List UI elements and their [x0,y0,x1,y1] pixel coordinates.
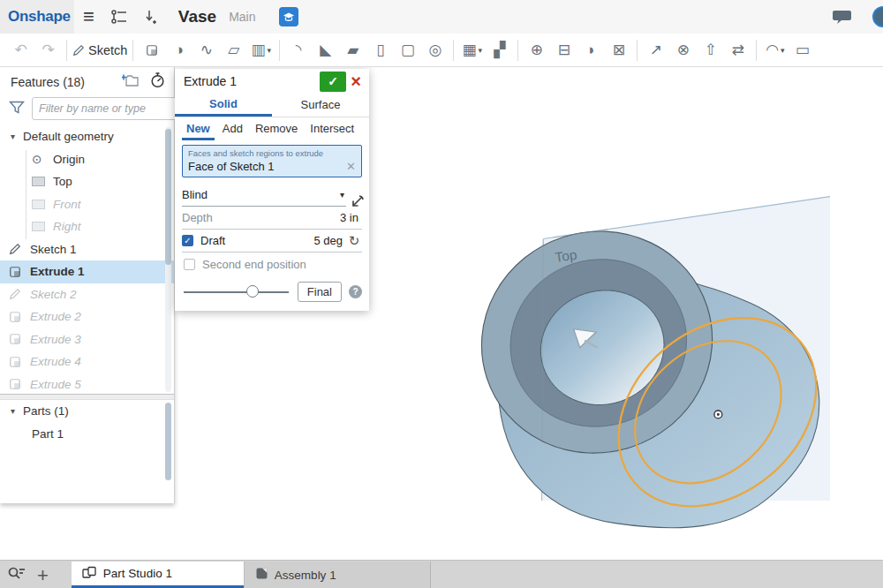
clear-selection-icon[interactable]: ✕ [346,160,356,173]
feature-item-parts-1[interactable]: ▾Parts (1) [0,400,174,423]
draft-checkbox[interactable]: ✓ [182,235,193,246]
depth-input[interactable]: 3 in [340,211,362,224]
draft-input[interactable]: 5 deg [313,234,346,247]
rib-button[interactable]: ▯ [366,37,394,64]
feature-item-part-1[interactable]: Part 1 [0,423,174,446]
topbar: Onshape ≡ Vase Main [0,0,883,34]
end-type-dropdown[interactable]: Blind [182,188,208,201]
opposite-direction-icon[interactable]: ↻ [346,233,362,249]
linear-pattern-button[interactable]: ▦▾ [458,37,486,64]
feature-item-label: Extrude 5 [30,378,81,391]
second-end-checkbox[interactable] [184,259,195,270]
feature-item-sketch-2[interactable]: Sketch 2 [0,283,174,306]
feature-item-extrude-3[interactable]: Extrude 3 [0,328,174,351]
surface-tools-icon: ◠ [766,42,779,57]
parts-section: ▾Parts (1)Part 1 [0,400,174,503]
surface-tools-button[interactable]: ◠▾ [761,37,789,64]
new-folder-icon[interactable] [122,73,140,91]
tab-solid[interactable]: Solid [175,93,272,117]
help-icon[interactable]: ? [349,285,362,298]
features-panel: Features (18) [0,67,175,503]
document-title[interactable]: Vase [178,7,216,26]
slider-handle[interactable] [246,285,259,298]
boolean-button[interactable]: ⊕ [523,37,550,64]
tab-part-studio-1[interactable]: Part Studio 1 [72,562,244,588]
transform-button[interactable]: ↗ [642,37,669,64]
onshape-logo[interactable]: Onshape [0,0,74,34]
tab-surface[interactable]: Surface [272,93,369,117]
draft-label: Draft [200,234,225,247]
operation-intersect[interactable]: Intersect [306,118,358,140]
sketch-icon [72,44,85,57]
parts-scrollbar-thumb[interactable] [165,403,171,480]
flip-direction-icon[interactable] [350,194,365,212]
sweep-button[interactable]: ∿ [192,37,220,64]
operation-new[interactable]: New [182,118,215,140]
learning-center-icon[interactable] [279,7,298,26]
feature-item-extrude-4[interactable]: Extrude 4 [0,351,174,373]
delete-part-button[interactable]: ⊠ [605,37,632,64]
filter-input[interactable] [32,97,190,120]
transform-icon: ↗ [650,42,662,57]
parts-divider[interactable] [0,394,174,400]
draft-button[interactable]: ▰ [339,37,366,64]
features-scrollbar-thumb[interactable] [165,129,171,265]
replace-face-button[interactable]: ⇄ [724,37,751,64]
rollback-slider[interactable] [182,284,291,298]
plane-label: Top [554,247,577,265]
thicken-button[interactable]: ▥▾ [247,37,275,64]
draft-row: ✓ Draft 5 deg ↻ [182,230,362,253]
operation-remove[interactable]: Remove [251,118,302,140]
toolbar-divider [66,40,67,61]
sketch-button[interactable]: Sketch [72,37,128,64]
feature-item-extrude-2[interactable]: Extrude 2 [0,305,174,328]
split-button[interactable]: ⊟ [550,37,577,64]
move-face-icon: ⇧ [705,42,717,57]
revolve-button[interactable]: ◑ [165,37,192,64]
move-face-button[interactable]: ⇧ [697,37,724,64]
search-tabs-icon[interactable] [0,560,34,588]
operation-add[interactable]: Add [218,118,247,140]
extrude-icon [9,266,25,278]
chevron-down-icon[interactable]: ▾ [781,46,785,55]
shell-button[interactable]: ▢ [394,37,421,64]
feature-item-extrude-1[interactable]: Extrude 1 [0,260,174,283]
account-icon[interactable] [871,5,883,28]
linear-pattern-icon: ▦ [463,42,477,57]
delete-face-button[interactable]: ⊗ [669,37,697,64]
confirm-button[interactable]: ✓ [320,72,346,92]
regeneration-time-icon[interactable] [150,72,165,92]
plane-button[interactable]: ▭ [789,37,816,64]
final-button[interactable]: Final [298,282,342,302]
feature-item-sketch-1[interactable]: Sketch 1 [0,238,174,261]
selection-label: Faces and sketch regions to extrude [188,148,356,158]
redo-button[interactable]: ↷ [34,37,62,64]
feature-item-default-geometry[interactable]: ▾Default geometry [0,125,174,148]
fillet-button[interactable]: ◝ [284,37,312,64]
cancel-button[interactable]: × [346,72,366,92]
chamfer-button[interactable]: ◣ [312,37,339,64]
chevron-down-icon[interactable]: ▾ [268,46,272,55]
create-version-icon[interactable] [143,8,157,26]
modify-fillet-button[interactable]: ◗ [577,37,605,64]
feature-item-extrude-5[interactable]: Extrude 5 [0,373,174,395]
toolbar-item-label: Sketch [88,43,127,57]
hamburger-menu-icon[interactable]: ≡ [83,7,94,26]
comments-icon[interactable] [832,7,853,26]
chevron-down-icon[interactable]: ▾ [340,190,346,200]
modify-fillet-icon: ◗ [587,42,596,57]
hole-button[interactable]: ◎ [421,37,449,64]
mirror-button[interactable]: ▞ [486,37,513,64]
loft-button[interactable]: ▱ [220,37,247,64]
workspace-name[interactable]: Main [229,10,255,24]
selection-box[interactable]: Faces and sketch regions to extrude Face… [182,145,362,177]
feature-item-label: Origin [53,153,85,166]
chevron-down-icon: ▾ [11,406,23,416]
feature-item-label: Right [53,220,81,233]
tab-assembly-1[interactable]: Assembly 1 [244,562,431,588]
add-tab-button[interactable]: + [34,566,57,588]
extrude-button[interactable] [138,37,165,64]
chevron-down-icon[interactable]: ▾ [479,46,483,55]
undo-button[interactable]: ↶ [7,37,34,64]
versions-tree-icon[interactable] [110,8,129,26]
